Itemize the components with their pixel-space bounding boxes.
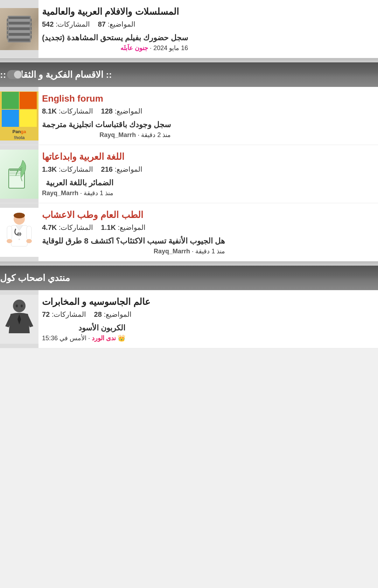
svg-rect-2 [7,23,11,26]
arabic-lang-thumbnail [0,145,38,203]
hola-label: hola! [14,135,24,140]
svg-point-34 [13,300,26,312]
cool-header-title: منتدي اصحاب كول [0,273,77,283]
svg-rect-19 [9,172,22,172]
english-forum-content: English forum المواضيع: 128 المشاركات: 8… [38,87,378,145]
medical-thumb-image [0,208,38,257]
medical-forum-title[interactable]: الطب العام وطب الاعشاب [42,210,143,220]
media-thumbnail [0,0,38,58]
cool-section-header: منتدي اصحاب كول [0,266,378,290]
medical-forum-last: هل الجيوب الأنفية تسبب الاكتئاب؟ اكتشف 8… [42,235,225,256]
spy-forum-last: الكربون الأسود 👑 ندى الورد · الأمس في 15… [42,322,125,343]
medical-forum-stats: المواضيع: 1.1K المشاركات: 4.7K [42,223,146,232]
svg-point-16 [22,28,24,30]
arabic-lang-icon [5,158,33,190]
spy-forum-row: عالم الجاسوسيه و المخابرات المواضيع: 28 … [0,290,378,348]
pan-cell-2 [2,92,19,109]
svg-rect-9 [27,31,31,34]
english-forum-row: English forum المواضيع: 128 المشاركات: 8… [0,87,378,145]
spy-forum-content: عالم الجاسوسيه و المخابرات المواضيع: 28 … [38,290,378,348]
spy-thumb-image [0,295,38,344]
medical-forum-content: الطب العام وطب الاعشاب المواضيع: 1.1K ال… [38,203,378,261]
pan-cell-3 [20,110,37,127]
media-forum-last: سجل حضورك بفيلم يستحق المشاهدة (تجديد) 1… [42,32,188,53]
english-last-thread-link[interactable]: سجل وجودك باقتباسات انجليزية مترجمة [42,119,171,130]
arabic-lang-thumb-image [0,150,38,199]
arabic-lang-forum-content: اللغة العربية وابداعاتها المواضيع: 216 ا… [38,145,378,203]
media-forum-row: المسلسلات والافلام العربية والعالمية الم… [0,0,378,58]
svg-rect-30 [7,226,12,240]
svg-point-29 [19,239,20,240]
svg-rect-21 [9,175,20,176]
svg-point-28 [19,235,20,237]
media-last-thread-link[interactable]: سجل حضورك بفيلم يستحق المشاهدة (تجديد) [42,32,188,43]
media-forum-content: المسلسلات والافلام العربية والعالمية الم… [38,0,378,58]
svg-point-12 [17,27,21,31]
svg-rect-31 [27,226,31,240]
svg-point-27 [19,232,20,233]
english-last-user[interactable]: Rayq_Marrh [99,131,136,138]
media-forum-title[interactable]: المسلسلات والافلام العربية والعالمية [42,6,179,17]
svg-point-36 [21,305,23,307]
medical-last-thread-link[interactable]: هل الجيوب الأنفية تسبب الاكتئاب؟ اكتشف 8… [42,235,225,247]
film-icon [5,15,33,43]
cultural-toggle-dot [14,71,22,78]
separator-1 [0,58,378,62]
medical-forum-row: الطب العام وطب الاعشاب المواضيع: 1.1K ال… [0,203,378,261]
doctor-icon [4,211,35,253]
svg-point-32 [7,239,12,243]
english-forum-last: سجل وجودك باقتباسات انجليزية مترجمة منذ … [42,119,171,140]
spy-thumbnail [0,290,38,348]
arabic-lang-forum-row: اللغة العربية وابداعاتها المواضيع: 216 ا… [0,145,378,203]
arabic-lang-forum-title[interactable]: اللغة العربية وابداعاتها [42,151,124,162]
spy-last-user[interactable]: ندى الورد [92,335,116,342]
english-forum-title[interactable]: English forum [42,93,103,104]
svg-rect-4 [7,31,11,34]
svg-rect-6 [27,19,31,21]
arabic-lang-forum-stats: المواضيع: 216 المشاركات: 1.3K [42,165,142,173]
cultural-toggle[interactable] [7,70,22,79]
svg-rect-7 [27,23,31,26]
spy-last-thread-link[interactable]: الكربون الأسود [42,322,125,334]
svg-point-11 [14,23,25,35]
arabic-lang-last-user[interactable]: Rayq_Marrh [42,190,78,197]
arabic-lang-last-thread-link[interactable]: الضمائر باللغة العربية [42,177,113,189]
svg-rect-10 [27,35,31,38]
english-thumb-image: Panga hola! [0,91,38,141]
svg-point-13 [18,24,20,26]
media-forum-stats: المواضيع: 87 المشاركات: 542 [42,20,135,28]
svg-point-24 [14,213,25,218]
svg-rect-8 [27,27,31,30]
cultural-section-header: :: الاقسام الفكرية و الثقافيه :: [0,62,378,87]
pan-label: Panga [13,129,26,134]
separator-2 [0,261,378,266]
svg-point-15 [14,28,16,30]
svg-point-33 [26,239,32,243]
svg-point-35 [16,305,18,307]
medical-thumbnail [0,203,38,261]
film-thumb-image [0,8,38,50]
pan-hola-image [2,92,37,127]
svg-rect-0 [7,19,31,40]
pan-cell-1 [20,92,37,109]
svg-point-14 [18,32,20,34]
svg-rect-3 [7,27,11,30]
svg-rect-1 [7,19,11,21]
pan-cell-4 [2,110,19,127]
media-last-user[interactable]: جنون عاَبثَه [120,45,148,52]
medical-last-user[interactable]: Rayq_Marrh [154,248,190,255]
spy-forum-title[interactable]: عالم الجاسوسيه و المخابرات [42,296,150,307]
spy-forum-stats: المواضيع: 28 المشاركات: 72 [42,310,132,319]
spy-icon [4,298,35,340]
arabic-lang-forum-last: الضمائر باللغة العربية منذ 1 دقيقة · Ray… [42,177,113,198]
svg-rect-5 [7,35,11,38]
spy-last-user-crown: 👑 [118,335,125,342]
english-thumbnail: Panga hola! [0,87,38,145]
english-forum-stats: المواضيع: 128 المشاركات: 8.1K [42,107,142,115]
